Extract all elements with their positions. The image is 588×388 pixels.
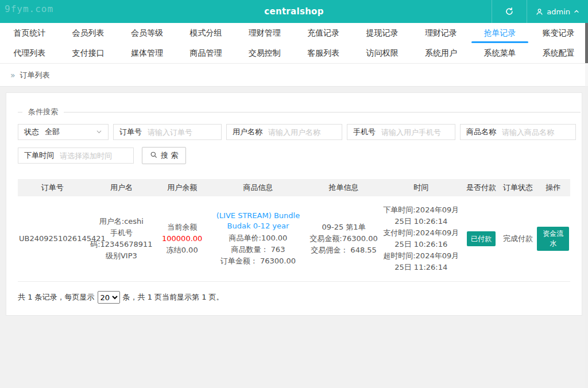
nav-item-home-stats[interactable]: 首页统计	[0, 23, 59, 43]
nav-item-finance-records[interactable]: 理财记录	[412, 23, 470, 43]
status-label: 状态	[18, 127, 45, 137]
admin-menu[interactable]: admin	[527, 0, 588, 23]
col-grab-info: 抢单信息	[308, 179, 380, 196]
refresh-button[interactable]	[492, 0, 527, 23]
cell-grab-info: 09-25 第1单 交易金额:76300.00 交易佣金： 648.55	[308, 196, 380, 282]
order-time-input[interactable]	[60, 148, 133, 163]
user-icon	[535, 7, 544, 16]
search-button[interactable]: 搜 索	[142, 147, 186, 164]
col-order-no: 订单号	[18, 179, 87, 196]
chevron-down-icon	[96, 128, 102, 137]
pagination-prefix: 共 1 条记录，每页显示	[18, 292, 95, 302]
header-actions: admin	[492, 0, 588, 23]
search-icon	[150, 151, 158, 161]
nav-item-media-mgmt[interactable]: 媒体管理	[118, 43, 176, 63]
phone-group: 手机号	[347, 124, 455, 140]
search-row-2: 下单时间 搜 索	[18, 147, 581, 164]
nav-item-member-list[interactable]: 会员列表	[59, 23, 117, 43]
status-value: 全部	[45, 127, 96, 137]
nav-item-finance-mgmt[interactable]: 理财管理	[235, 23, 294, 43]
scrollbar-track[interactable]	[585, 23, 588, 388]
balance-value: 100000.00	[162, 234, 202, 243]
col-order-status: 订单状态	[500, 179, 536, 196]
app-header: 9fym.com centralshop admin	[0, 0, 588, 23]
product-link[interactable]: (LIVE STREAM) Bundle Budak 0-12 year	[210, 211, 307, 231]
product-name-group: 商品名称	[460, 124, 576, 140]
nav-item-member-level[interactable]: 会员等级	[118, 23, 176, 43]
phone-input[interactable]	[381, 125, 455, 139]
order-time-group: 下单时间	[18, 148, 134, 164]
col-product-info: 商品信息	[208, 179, 308, 196]
nav-item-trade-control[interactable]: 交易控制	[235, 43, 294, 63]
order-no-input[interactable]	[148, 125, 221, 139]
phone-label: 手机号	[347, 127, 381, 137]
product-name-input[interactable]	[502, 125, 575, 139]
nav-item-access-perms[interactable]: 访问权限	[353, 43, 411, 63]
chevron-up-icon	[573, 8, 580, 15]
nav-item-agent-list[interactable]: 代理列表	[0, 43, 59, 63]
col-time: 时间	[380, 179, 462, 196]
refresh-icon	[505, 7, 514, 16]
username-group: 用户名称	[226, 124, 342, 140]
breadcrumb-arrow-icon: »	[10, 71, 16, 80]
nav-item-system-menu[interactable]: 系统菜单	[470, 43, 529, 63]
cell-time: 下单时间:2024年09月25日 10:26:14 支付时间:2024年09月2…	[380, 196, 462, 282]
fund-flow-button[interactable]: 资金流水	[537, 227, 569, 251]
main-nav: 首页统计 会员列表 会员等级 模式分组 理财管理 充值记录 提现记录 理财记录 …	[0, 23, 588, 64]
nav-item-mode-group[interactable]: 模式分组	[176, 23, 235, 43]
frozen-amount: 冻结0.00	[157, 245, 207, 256]
col-username: 用户名	[87, 179, 156, 196]
paid-badge[interactable]: 已付款	[467, 231, 496, 246]
pagination-suffix: 条，共 1 页当前显示第 1 页。	[123, 292, 224, 302]
col-balance: 用户余额	[156, 179, 208, 196]
pagination: 共 1 条记录，每页显示 20 条，共 1 页当前显示第 1 页。	[18, 291, 570, 304]
scrollbar-thumb[interactable]	[585, 23, 588, 63]
cell-order-no: UB2409251026145421	[18, 196, 87, 282]
balance-label: 当前余额	[167, 223, 197, 231]
nav-item-grab-records[interactable]: 抢单记录	[470, 23, 529, 43]
order-time-label: 下单时间	[18, 150, 60, 161]
username-label: 用户名称	[227, 127, 268, 137]
product-name-label: 商品名称	[461, 127, 502, 137]
breadcrumb: » 订单列表	[0, 64, 588, 87]
nav-item-system-config[interactable]: 系统配置	[529, 43, 588, 63]
page-title: 订单列表	[20, 70, 50, 80]
orders-table: 订单号 用户名 用户余额 商品信息 抢单信息 时间 是否付款 订单状态 操作 U…	[18, 179, 570, 282]
search-panel: 条件搜索 状态 全部 订单号 用户名称 手机号	[18, 107, 581, 166]
nav-item-service-list[interactable]: 客服列表	[294, 43, 353, 63]
cell-order-status: 完成付款	[500, 196, 536, 282]
cell-paid: 已付款	[462, 196, 500, 282]
page-size-select[interactable]: 20	[98, 291, 120, 304]
nav-item-balance-records[interactable]: 账变记录	[529, 23, 588, 43]
username-input[interactable]	[268, 125, 342, 139]
nav-row-2: 代理列表 支付接口 媒体管理 商品管理 交易控制 客服列表 访问权限 系统用户 …	[0, 43, 588, 63]
search-panel-legend: 条件搜索	[22, 107, 64, 117]
col-paid: 是否付款	[462, 179, 500, 196]
cell-product-info: (LIVE STREAM) Bundle Budak 0-12 year 商品单…	[208, 196, 308, 282]
search-button-label: 搜 索	[161, 150, 178, 161]
cell-actions: 资金流水	[536, 196, 570, 282]
table-row: UB2409251026145421 用户名:ceshi 手机号码:123456…	[18, 196, 570, 282]
nav-item-recharge-records[interactable]: 充值记录	[294, 23, 353, 43]
order-no-group: 订单号	[113, 124, 222, 140]
nav-item-withdraw-records[interactable]: 提现记录	[353, 23, 411, 43]
status-select[interactable]: 状态 全部	[18, 124, 109, 140]
nav-item-payment-api[interactable]: 支付接口	[59, 43, 117, 63]
cell-balance: 当前余额100000.00 冻结0.00	[156, 196, 208, 282]
table-header: 订单号 用户名 用户余额 商品信息 抢单信息 时间 是否付款 订单状态 操作	[18, 179, 570, 196]
admin-label: admin	[547, 7, 570, 16]
nav-item-system-users[interactable]: 系统用户	[412, 43, 470, 63]
search-row-1: 状态 全部 订单号 用户名称 手机号 商品名称	[18, 124, 581, 140]
cell-username: 用户名:ceshi 手机号码:12345678911 级别VIP3	[87, 196, 156, 282]
nav-row-1: 首页统计 会员列表 会员等级 模式分组 理财管理 充值记录 提现记录 理财记录 …	[0, 23, 588, 43]
nav-item-product-mgmt[interactable]: 商品管理	[176, 43, 235, 63]
content-card: 条件搜索 状态 全部 订单号 用户名称 手机号	[6, 92, 582, 316]
order-no-label: 订单号	[114, 127, 148, 137]
col-actions: 操作	[536, 179, 570, 196]
